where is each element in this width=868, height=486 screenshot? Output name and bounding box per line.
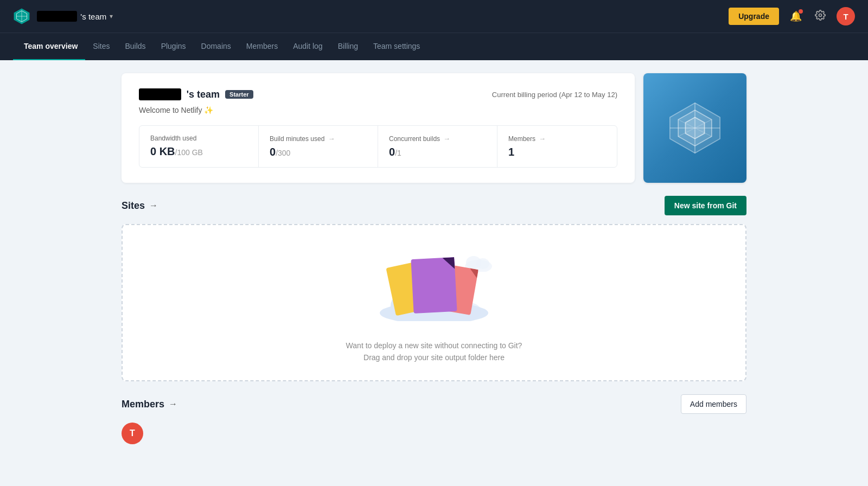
member-avatar: T: [122, 423, 143, 444]
stat-members-label: Members →: [508, 135, 606, 143]
navbar-left: 's team ▾: [13, 8, 113, 25]
gear-icon: [815, 10, 826, 21]
subnav-item-members[interactable]: Members: [239, 33, 285, 60]
new-site-from-git-button[interactable]: New site from Git: [665, 196, 746, 215]
chevron-down-icon: ▾: [110, 12, 113, 20]
team-title-suffix: 's team: [187, 89, 220, 100]
stat-members[interactable]: Members → 1: [497, 126, 617, 167]
stat-concurrent-sub: /1: [395, 149, 401, 157]
members-title[interactable]: Members →: [122, 399, 177, 410]
welcome-text: Welcome to Netlify ✨: [139, 106, 617, 114]
main-content: 's team Starter Current billing period (…: [108, 60, 760, 457]
sites-title[interactable]: Sites →: [122, 200, 158, 212]
drop-zone-text-line1: Want to deploy a new site without connec…: [346, 340, 522, 351]
overview-row: 's team Starter Current billing period (…: [122, 73, 746, 183]
drop-zone-illustration: [369, 242, 499, 329]
subnav-item-team-overview[interactable]: Team overview: [13, 33, 85, 60]
drop-zone-text-line2: Drag and drop your site output folder he…: [346, 351, 522, 363]
sites-section-header: Sites → New site from Git: [122, 196, 746, 215]
sparkle-icon: ✨: [204, 106, 213, 114]
stat-build-minutes[interactable]: Build minutes used → 0/300: [259, 126, 378, 167]
add-members-button[interactable]: Add members: [681, 394, 746, 414]
stat-bandwidth-value: 0 KB/100 GB: [150, 145, 247, 158]
team-name-redacted: [37, 11, 77, 22]
stat-build-minutes-label: Build minutes used →: [270, 135, 367, 143]
stat-bandwidth-label: Bandwidth used: [150, 135, 247, 142]
stats-row: Bandwidth used 0 KB/100 GB Build minutes…: [139, 125, 617, 168]
team-title: 's team Starter: [139, 88, 253, 100]
svg-point-4: [819, 14, 822, 16]
subnav-item-plugins[interactable]: Plugins: [154, 33, 194, 60]
stat-members-value: 1: [508, 146, 606, 158]
drop-zone[interactable]: Want to deploy a new site without connec…: [122, 224, 746, 381]
subnav-item-builds[interactable]: Builds: [117, 33, 153, 60]
netlify-logo-card: [643, 73, 746, 183]
members-section: Members → Add members T: [122, 394, 746, 444]
netlify-logo-icon: [13, 8, 30, 25]
team-card: 's team Starter Current billing period (…: [122, 73, 635, 183]
arrow-icon-3: →: [539, 135, 546, 143]
upgrade-button[interactable]: Upgrade: [729, 8, 779, 25]
navbar: 's team ▾ Upgrade 🔔 T: [0, 0, 868, 33]
sites-arrow-icon: →: [149, 201, 158, 210]
subnav: Team overview Sites Builds Plugins Domai…: [0, 33, 868, 60]
notifications-button[interactable]: 🔔: [788, 8, 804, 24]
team-name-button[interactable]: 's team ▾: [37, 11, 113, 22]
subnav-item-sites[interactable]: Sites: [85, 33, 117, 60]
svg-point-18: [476, 258, 489, 269]
starter-badge: Starter: [225, 90, 253, 99]
stat-concurrent-value: 0/1: [389, 146, 486, 158]
team-card-header: 's team Starter Current billing period (…: [139, 88, 617, 100]
billing-period: Current billing period (Apr 12 to May 12…: [492, 91, 617, 99]
stat-bandwidth-sub: /100 GB: [175, 148, 203, 157]
subnav-item-team-settings[interactable]: Team settings: [366, 33, 427, 60]
stat-build-minutes-value: 0/300: [270, 146, 367, 158]
subnav-item-audit-log[interactable]: Audit log: [285, 33, 330, 60]
arrow-icon: →: [328, 135, 335, 143]
netlify-diamond-icon: [665, 98, 725, 158]
subnav-item-domains[interactable]: Domains: [194, 33, 239, 60]
stat-bandwidth: Bandwidth used 0 KB/100 GB: [139, 126, 259, 167]
stat-concurrent-label: Concurrent builds →: [389, 135, 486, 143]
members-arrow-icon: →: [169, 399, 177, 409]
team-name-black: [139, 88, 181, 100]
subnav-item-billing[interactable]: Billing: [330, 33, 366, 60]
team-name-suffix: 's team: [80, 12, 106, 21]
doc-purple-icon: [411, 257, 457, 314]
navbar-right: Upgrade 🔔 T: [729, 7, 855, 25]
members-section-header: Members → Add members: [122, 394, 746, 414]
avatar[interactable]: T: [837, 7, 855, 25]
settings-button[interactable]: [813, 8, 828, 25]
drop-zone-text: Want to deploy a new site without connec…: [346, 340, 522, 364]
stat-concurrent-builds[interactable]: Concurrent builds → 0/1: [378, 126, 497, 167]
stat-build-minutes-sub: /300: [276, 149, 290, 157]
arrow-icon-2: →: [443, 135, 450, 143]
notification-dot: [799, 9, 803, 14]
